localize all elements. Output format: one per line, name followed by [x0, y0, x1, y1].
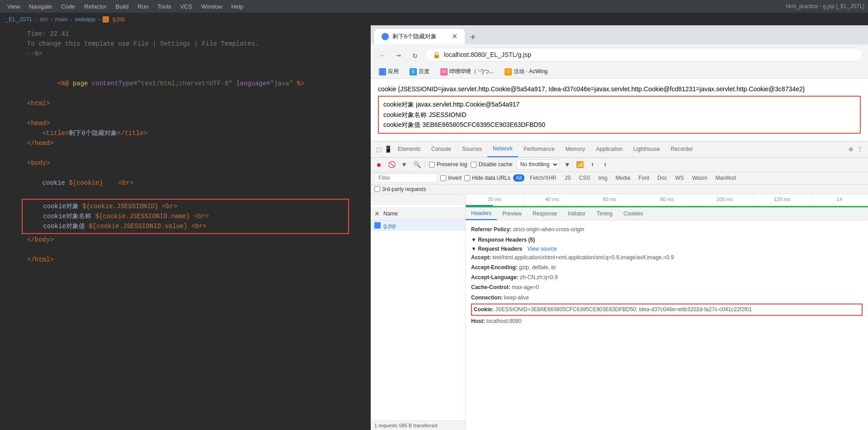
- menu-refactor[interactable]: Refactor: [80, 2, 110, 11]
- detail-tab-preview[interactable]: Preview: [497, 208, 527, 220]
- menu-window[interactable]: Window: [198, 2, 226, 11]
- download-icon[interactable]: ⬇: [601, 160, 610, 169]
- filter-js[interactable]: JS: [562, 174, 574, 182]
- filter-css[interactable]: CSS: [576, 174, 593, 182]
- more-options-button[interactable]: ⋮: [855, 145, 864, 154]
- browser-toolbar: ← → ↻ 🔒 localhost:8080/_EL_JSTL/g.jsp: [371, 44, 868, 65]
- ruler-120ms: 120 ms: [753, 194, 811, 205]
- status-bar: 1 requests 585 B transferred: [371, 421, 465, 430]
- code-line: [0, 148, 371, 158]
- menu-help[interactable]: Help: [228, 2, 247, 11]
- code-line: [0, 168, 371, 178]
- detail-tab-timing[interactable]: Timing: [591, 208, 618, 220]
- bilibili-icon: 哔: [440, 68, 448, 75]
- filter-media[interactable]: Media: [613, 174, 633, 182]
- invert-text: Invert: [448, 175, 462, 181]
- filter-manifest[interactable]: Manifest: [712, 174, 738, 182]
- bookmark-acwing[interactable]: 活 活动 · AcWing: [502, 67, 550, 76]
- tab-close-button[interactable]: ✕: [452, 33, 458, 40]
- invert-checkbox[interactable]: [440, 175, 446, 181]
- filter-img[interactable]: Img: [595, 174, 610, 182]
- inspect-element-button[interactable]: ⬚: [374, 145, 383, 154]
- hide-data-urls-checkbox[interactable]: [464, 175, 470, 181]
- view-source-link[interactable]: View source: [528, 246, 557, 252]
- filter-wasm[interactable]: Wasm: [689, 174, 710, 182]
- tab-bar: 剩下6个隐藏对象 ✕ +: [371, 25, 868, 44]
- address-bar[interactable]: 🔒 localhost:8080/_EL_JSTL/g.jsp: [425, 48, 863, 61]
- tab-recorder[interactable]: Recorder: [665, 141, 698, 157]
- clear-button[interactable]: 🚫: [387, 160, 396, 169]
- code-line: --%>: [0, 49, 371, 59]
- detail-tab-initiator[interactable]: Initiator: [562, 208, 591, 220]
- tab-sources[interactable]: Sources: [457, 141, 487, 157]
- third-party-checkbox[interactable]: [374, 186, 380, 192]
- invert-label[interactable]: Invert: [440, 175, 462, 181]
- bookmark-baidu[interactable]: 百 百度: [407, 67, 432, 76]
- menu-bar: View Navigate Code Refactor Build Run To…: [0, 0, 868, 13]
- browser-content: cookie {JSESSIONID=javax.servlet.http.Co…: [371, 79, 868, 430]
- hide-data-urls-label[interactable]: Hide data URLs: [464, 175, 510, 181]
- tab-performance[interactable]: Performance: [518, 141, 560, 157]
- upload-icon[interactable]: ⬆: [588, 160, 597, 169]
- search-button[interactable]: 🔍: [412, 160, 421, 169]
- tab-application[interactable]: Application: [590, 141, 628, 157]
- detail-tab-headers[interactable]: Headers: [466, 208, 497, 220]
- menu-build[interactable]: Build: [112, 2, 132, 11]
- cache-control-row: Cache-Control: max-age=0: [471, 283, 863, 292]
- breadcrumb-main[interactable]: main: [55, 16, 68, 23]
- code-line: cookie对象值 ${cookie.JSESSIONID.value} <br…: [23, 221, 348, 231]
- disable-cache-checkbox[interactable]: [471, 162, 476, 168]
- throttle-dropdown-icon[interactable]: ▼: [563, 160, 572, 169]
- menu-run[interactable]: Run: [134, 2, 152, 11]
- breadcrumb-src[interactable]: src: [40, 16, 48, 23]
- code-line: To change this template use File | Setti…: [0, 39, 371, 49]
- disable-cache-text: Disable cache: [478, 161, 512, 168]
- browser-tab[interactable]: 剩下6个隐藏对象 ✕: [374, 29, 465, 44]
- menu-code[interactable]: Code: [57, 2, 79, 11]
- settings-button[interactable]: ⚙: [846, 145, 855, 154]
- bookmark-apps[interactable]: ⋮⋮ 应用: [376, 67, 401, 76]
- tab-lighthouse[interactable]: Lighthouse: [628, 141, 665, 157]
- refresh-button[interactable]: ↻: [409, 48, 421, 61]
- back-button[interactable]: ←: [376, 48, 389, 61]
- record-button[interactable]: ●: [374, 160, 383, 169]
- breadcrumb-root[interactable]: _EL_JSTL: [5, 16, 33, 23]
- tab-memory[interactable]: Memory: [560, 141, 590, 157]
- filter-font[interactable]: Font: [636, 174, 652, 182]
- bookmark-label: 百度: [419, 68, 429, 75]
- filter-fetch-xhr[interactable]: Fetch/XHR: [527, 174, 559, 182]
- preserve-log-label[interactable]: Preserve log: [429, 161, 467, 168]
- menu-vcs[interactable]: VCS: [177, 2, 196, 11]
- bookmark-bilibili[interactable]: 哔 哔哩哔哩（ '-')つ...: [438, 67, 496, 76]
- lock-icon: 🔒: [433, 51, 440, 58]
- request-row[interactable]: g.jsp: [371, 220, 465, 231]
- detail-tab-cookies[interactable]: Cookies: [618, 208, 648, 220]
- filter-all[interactable]: All: [513, 174, 524, 182]
- tab-console[interactable]: Console: [426, 141, 457, 157]
- breadcrumb-webapp[interactable]: webapp: [75, 16, 96, 23]
- menu-tools[interactable]: Tools: [154, 2, 175, 11]
- throttle-select[interactable]: No throttling: [516, 159, 559, 169]
- filter-button[interactable]: ▼: [400, 160, 409, 169]
- request-headers-section[interactable]: Request Headers View source: [471, 246, 863, 252]
- tab-network[interactable]: Network: [487, 141, 518, 157]
- filter-input[interactable]: [374, 173, 438, 182]
- ruler-100ms: 100 ms: [696, 194, 753, 205]
- detail-tab-response[interactable]: Response: [527, 208, 562, 220]
- third-party-label[interactable]: 3rd-party requests: [374, 186, 864, 192]
- response-headers-section[interactable]: Response Headers (5): [471, 237, 863, 243]
- menu-navigate[interactable]: Navigate: [25, 2, 56, 11]
- filter-doc[interactable]: Doc: [655, 174, 670, 182]
- referrer-policy-row: Referrer Policy: strict-origin-when-cros…: [471, 225, 863, 234]
- tab-elements[interactable]: Elements: [392, 141, 426, 157]
- preserve-log-checkbox[interactable]: [429, 162, 435, 168]
- browser-chrome: 剩下6个隐藏对象 ✕ + ← → ↻ 🔒 localhost:8080/_EL_…: [371, 25, 868, 79]
- code-editor[interactable]: Time: 22.41 To change this template use …: [0, 25, 371, 430]
- device-toolbar-button[interactable]: 📱: [383, 145, 392, 154]
- filter-ws[interactable]: WS: [673, 174, 687, 182]
- name-close-icon[interactable]: ✕: [374, 210, 380, 217]
- menu-view[interactable]: View: [4, 2, 24, 11]
- new-tab-button[interactable]: +: [467, 30, 479, 43]
- disable-cache-label[interactable]: Disable cache: [471, 161, 512, 168]
- forward-button[interactable]: →: [392, 48, 405, 61]
